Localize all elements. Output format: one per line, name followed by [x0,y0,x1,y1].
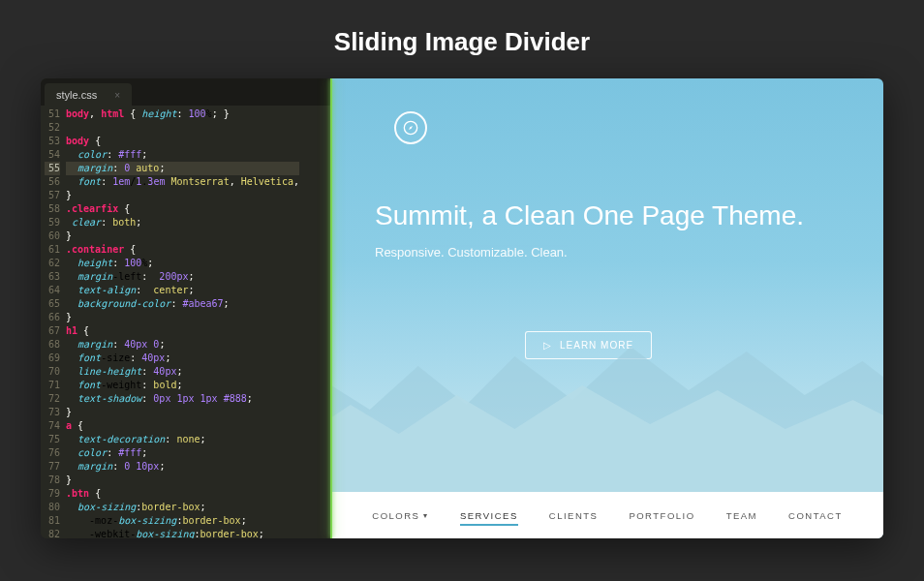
code-lines[interactable]: body, html { height: 100%; } body { colo… [66,106,299,538]
tab-label: style.css [56,89,97,101]
hero-section: Summit, a Clean One Page Theme. Responsi… [375,200,883,260]
divider-container: style.css × 5152535455565758596061626364… [41,78,883,538]
compass-icon [403,120,418,136]
close-icon[interactable]: × [114,90,120,101]
nav-item-team[interactable]: TEAM [726,510,757,521]
slider-handle[interactable] [330,78,332,538]
nav-item-colors[interactable]: COLORS▾ [372,510,429,521]
editor-tab[interactable]: style.css × [45,83,132,106]
code-area[interactable]: 5152535455565758596061626364656667686970… [41,106,331,538]
line-gutter: 5152535455565758596061626364656667686970… [41,106,66,538]
hero-title: Summit, a Clean One Page Theme. [375,200,883,231]
nav-item-portfolio[interactable]: PORTFOLIO [629,510,694,521]
brand-logo[interactable] [394,111,427,144]
nav-footer: COLORS▾SERVICESCLIENTSPORTFOLIOTEAMCONTA… [331,492,883,538]
nav-item-contact[interactable]: CONTACT [788,510,843,521]
nav-item-clients[interactable]: CLIENTS [549,510,599,521]
preview-pane: Summit, a Clean One Page Theme. Responsi… [331,78,883,538]
page-title: Sliding Image Divider [0,0,924,78]
nav-item-services[interactable]: SERVICES [460,510,518,526]
chevron-down-icon: ▾ [423,511,429,520]
tab-bar: style.css × [41,78,331,106]
hero-subtitle: Responsive. Customizable. Clean. [375,245,883,260]
mountain-illustration [331,318,883,492]
code-editor-pane: style.css × 5152535455565758596061626364… [41,78,331,538]
